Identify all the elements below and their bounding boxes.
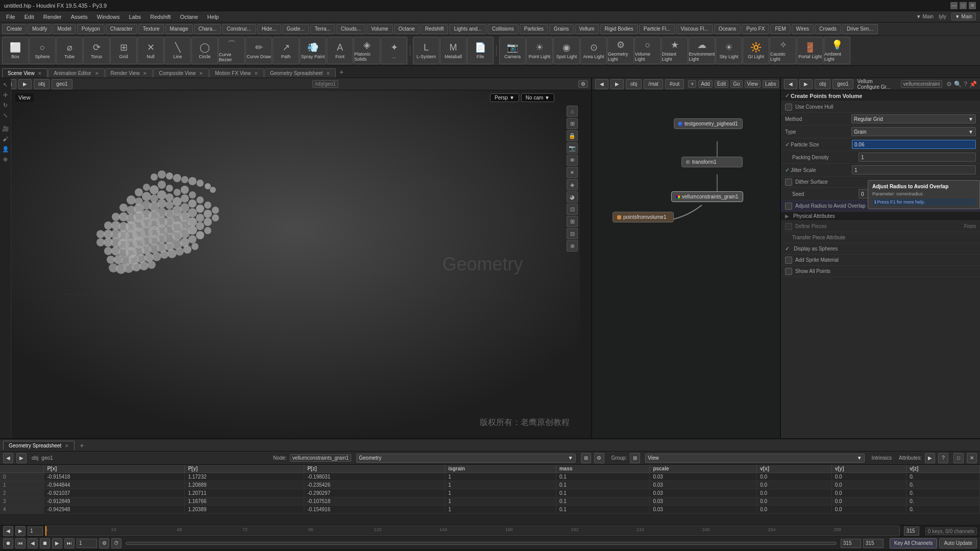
viewport-geo1-btn[interactable]: geo1 bbox=[52, 79, 72, 89]
prop-sprite-check[interactable] bbox=[785, 257, 792, 264]
pose-btn[interactable]: 👤 bbox=[1, 144, 10, 154]
node-go-btn[interactable]: Go bbox=[730, 80, 742, 88]
minimize-button[interactable]: — bbox=[950, 2, 958, 9]
tool-metaball[interactable]: MMetaball bbox=[440, 37, 467, 64]
ss-settings-btn[interactable]: ⚙ bbox=[594, 453, 604, 463]
tab-motion-fx[interactable]: Motion FX View ✕ bbox=[209, 68, 264, 78]
col-pscale[interactable]: pscale bbox=[650, 465, 757, 473]
node-testgeometry[interactable]: testgeometry_pighead1 bbox=[674, 118, 743, 129]
viewport-canvas[interactable]: View Persp ▼ No cam ▼ Geometry ⌂ ⊞ 🔒 📷 👁… bbox=[11, 90, 580, 438]
playback-auto-update-btn[interactable]: Auto Update bbox=[939, 538, 977, 548]
timeline-ticks[interactable]: 124487296120144168192216240264288315 bbox=[45, 525, 900, 536]
menu-edit[interactable]: Edit bbox=[20, 13, 38, 21]
vp-zoom-fit-btn[interactable]: ⊞ bbox=[567, 118, 578, 129]
rotate-tool-btn[interactable]: ↻ bbox=[1, 101, 10, 110]
menu-labs[interactable]: Labs bbox=[125, 13, 145, 21]
timeline-forward-btn[interactable]: ▶ bbox=[15, 526, 26, 536]
toolbar-lights[interactable]: Lights and... bbox=[449, 24, 486, 34]
toolbar-rigid[interactable]: Rigid Bodies bbox=[600, 24, 638, 34]
playback-key-all-btn[interactable]: Key All Channels bbox=[890, 538, 938, 548]
toolbar-clouds[interactable]: Clouds... bbox=[336, 24, 365, 34]
props-search-icon[interactable]: 🔍 bbox=[954, 81, 962, 88]
toolbar-octane[interactable]: Octane bbox=[394, 24, 420, 34]
toolbar-volume[interactable]: Volume bbox=[366, 24, 393, 34]
translate-tool-btn[interactable]: ✛ bbox=[1, 90, 10, 99]
col-pz[interactable]: P[z] bbox=[304, 465, 445, 473]
tool-grid[interactable]: ⊞Grid bbox=[110, 37, 137, 64]
toolbar-character[interactable]: Character bbox=[106, 24, 137, 34]
tool-gi-light[interactable]: 🔆GI Light bbox=[743, 37, 769, 64]
node-back-btn[interactable]: ◀ bbox=[595, 79, 608, 89]
prop-physical-section[interactable]: ▶ Physical Attributes bbox=[781, 212, 980, 221]
tool-spray-paint[interactable]: 💨Spray Paint bbox=[300, 37, 326, 64]
vp-shade-btn[interactable]: ◕ bbox=[567, 191, 578, 203]
vp-cam-btn[interactable]: 📷 bbox=[567, 142, 578, 154]
menu-assets[interactable]: Assets bbox=[67, 13, 92, 21]
vp-light-btn[interactable]: ☀ bbox=[567, 167, 578, 178]
ss-back-btn[interactable]: ◀ bbox=[3, 453, 13, 463]
toolbar-viscous[interactable]: Viscous Fl... bbox=[676, 24, 713, 34]
scale-tool-btn[interactable]: ⤡ bbox=[1, 111, 10, 120]
props-back-btn[interactable]: ◀ bbox=[784, 79, 797, 89]
node-obj-btn[interactable]: obj bbox=[626, 79, 642, 89]
node-actions-btn[interactable]: Add bbox=[698, 80, 713, 88]
tool-file[interactable]: 📄File bbox=[467, 37, 494, 64]
playback-slider-area[interactable] bbox=[124, 542, 839, 545]
ss-geo-type-dropdown[interactable]: Geometry ▼ bbox=[356, 454, 575, 463]
toolbar-guide[interactable]: Guide... bbox=[282, 24, 309, 34]
vp-vis-btn[interactable]: 👁 bbox=[567, 155, 578, 166]
tool-camera[interactable]: 📷Camera bbox=[499, 37, 526, 64]
tool-platonic[interactable]: ◈Platonic Solids bbox=[354, 37, 380, 64]
node-out-btn[interactable]: #out bbox=[665, 79, 684, 89]
playback-prev-key-btn[interactable]: ⏮ bbox=[15, 538, 26, 548]
tab-close-scene[interactable]: ✕ bbox=[38, 71, 42, 76]
node-mat-btn[interactable]: /mat bbox=[644, 79, 663, 89]
playback-options-btn[interactable]: ⚙ bbox=[99, 538, 109, 548]
toolbar-wires[interactable]: Wires bbox=[792, 24, 814, 34]
tool-draw-curve[interactable]: ✏Curve Draw bbox=[246, 37, 272, 64]
prop-packing-input[interactable]: 1 bbox=[859, 153, 976, 162]
tool-line[interactable]: ╲Line bbox=[164, 37, 191, 64]
tool-sky-light[interactable]: ☀Sky Light bbox=[716, 37, 742, 64]
tool-torus[interactable]: ⟳Torus bbox=[83, 37, 110, 64]
menu-render[interactable]: Render bbox=[39, 13, 66, 21]
tab-close-composite[interactable]: ✕ bbox=[199, 71, 203, 76]
col-py[interactable]: P[y] bbox=[185, 465, 304, 473]
timeline-frame-input[interactable] bbox=[28, 527, 43, 536]
toolbar-oceans[interactable]: Oceans bbox=[714, 24, 741, 34]
tool-area-light[interactable]: ⊙Area Light bbox=[580, 37, 607, 64]
paint-btn[interactable]: 🖌 bbox=[1, 134, 10, 143]
spreadsheet-data-table[interactable]: P[x] P[y] P[z] isgrain mass pscale v[x] … bbox=[0, 465, 980, 525]
playback-frame-counter[interactable] bbox=[841, 539, 861, 548]
menu-redshift[interactable]: Redshift bbox=[146, 13, 175, 21]
spreadsheet-tab-close[interactable]: ✕ bbox=[65, 443, 69, 448]
viewport-forward-btn[interactable]: ▶ bbox=[18, 79, 32, 89]
props-geo1-btn[interactable]: geo1 bbox=[832, 79, 853, 89]
toolbar-manage[interactable]: Manage bbox=[165, 24, 193, 34]
prop-dither-check[interactable] bbox=[785, 179, 792, 186]
handle-btn[interactable]: ⊕ bbox=[1, 155, 10, 164]
toolbar-model[interactable]: Model bbox=[53, 24, 76, 34]
playback-real-time-btn[interactable]: ⏱ bbox=[111, 538, 121, 548]
node-view-btn[interactable]: View bbox=[745, 80, 761, 88]
toolbar-grains[interactable]: Grains bbox=[549, 24, 573, 34]
ss-help-btn[interactable]: ? bbox=[938, 453, 948, 463]
node-forward-btn[interactable]: ▶ bbox=[610, 79, 624, 89]
vp-render-btn[interactable]: ◈ bbox=[567, 179, 578, 190]
toolbar-pyro[interactable]: Pyro FX bbox=[742, 24, 769, 34]
node-labs-btn[interactable]: Labs bbox=[763, 80, 779, 88]
menu-help[interactable]: Help bbox=[203, 13, 223, 21]
tool-point-light[interactable]: ☀Point Light bbox=[526, 37, 553, 64]
node-pointsfromvolume[interactable]: pointsfromvolume1 bbox=[612, 212, 674, 222]
ss-expand-btn[interactable]: □ bbox=[953, 453, 964, 463]
props-obj-btn[interactable]: obj bbox=[815, 79, 830, 89]
toolbar-modify[interactable]: Modify bbox=[28, 24, 52, 34]
col-px[interactable]: P[x] bbox=[44, 465, 185, 473]
prop-define-check[interactable] bbox=[785, 223, 792, 230]
toolbar-redshift[interactable]: Redshift bbox=[421, 24, 449, 34]
tool-tube[interactable]: ⌀Tube bbox=[56, 37, 83, 64]
timeline-back-btn[interactable]: ◀ bbox=[3, 526, 13, 536]
toolbar-particle-fl[interactable]: Particle Fl... bbox=[639, 24, 675, 34]
toolbar-particles[interactable]: Particles bbox=[520, 24, 548, 34]
tab-close-anim[interactable]: ✕ bbox=[95, 71, 99, 76]
